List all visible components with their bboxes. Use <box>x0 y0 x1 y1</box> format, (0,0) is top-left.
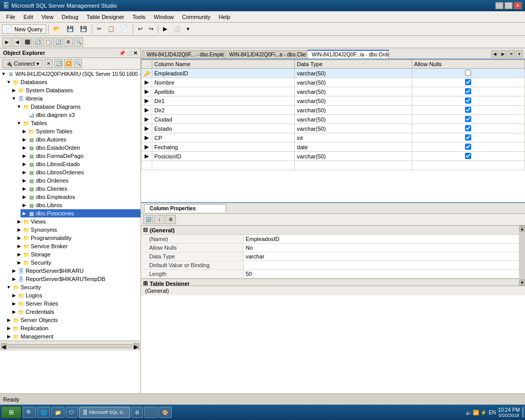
connect-button[interactable]: 🔌 Connect ▾ <box>2 59 43 68</box>
menu-tools[interactable]: Tools <box>128 13 150 21</box>
sb-expand-icon[interactable]: ▶ <box>15 243 23 250</box>
security-expand-icon[interactable]: ▼ <box>5 284 12 291</box>
row-name-cell[interactable]: Dir2 <box>152 106 295 115</box>
tree-storage-node[interactable]: ▶ 📁 Storage <box>15 250 140 258</box>
row-datatype-cell[interactable]: varchar(50) <box>295 78 412 87</box>
credentials-expand-icon[interactable]: ▶ <box>10 308 17 315</box>
allow-nulls-checkbox[interactable] <box>465 107 471 113</box>
row-name-cell[interactable]: Nombre <box>152 78 295 87</box>
toolbar-btn-7[interactable]: ↩ <box>135 24 145 34</box>
oe-search-btn[interactable]: 🔍 <box>74 59 82 68</box>
tab-scroll-right[interactable]: ▶ <box>499 50 507 57</box>
libreria-expand-icon[interactable]: ▼ <box>10 95 17 102</box>
table-row[interactable]: ▶ Dir1 varchar(50) <box>142 96 525 106</box>
tree-service-broker-node[interactable]: ▶ 📁 Service Broker <box>15 242 140 250</box>
oe-disconnect-btn[interactable]: ✕ <box>45 59 53 68</box>
toolbar-btn-5[interactable]: 📋 <box>105 24 117 34</box>
table-row[interactable]: ▶ Estado varchar(50) <box>142 124 525 133</box>
row-name-cell[interactable]: FechaIng <box>152 143 295 152</box>
tab-close-btn[interactable]: ✕ <box>508 50 515 57</box>
row-name-cell[interactable] <box>152 161 295 170</box>
row-datatype-cell[interactable]: varchar(50) <box>295 124 412 133</box>
taskbar-btn-ie[interactable]: 🔍 <box>23 407 36 418</box>
clientes-expand-icon[interactable]: ▶ <box>21 185 28 192</box>
estado-expand-icon[interactable]: ▶ <box>21 144 28 151</box>
tree-libros-ordenes-node[interactable]: ▶ ▦ dbo.LibrosOrdenes <box>21 168 140 176</box>
menu-window[interactable]: Window <box>150 13 178 21</box>
row-name-cell[interactable]: EmpleadosID <box>152 69 295 78</box>
toolbar-btn-dropdown[interactable]: ▾ <box>184 24 192 34</box>
tree-credentials-node[interactable]: ▶ 📁 Credentials <box>10 308 140 316</box>
toolbar-btn-9[interactable]: ▶ <box>160 24 170 34</box>
tree-posiciones-node[interactable]: ▶ ▦ dbo.Posiciones <box>21 209 140 217</box>
table-row[interactable] <box>142 161 525 170</box>
tree-replication-node[interactable]: ▶ 📁 Replication <box>5 324 140 332</box>
table-row[interactable]: ▶ Apellido varchar(50) <box>142 87 525 96</box>
menu-table-designer[interactable]: Table Designer <box>83 13 128 21</box>
tree-system-databases-node[interactable]: ▶ 📁 System Databases <box>10 86 140 94</box>
tree-system-tables-node[interactable]: ▶ 📁 System Tables <box>21 127 140 135</box>
sec-db-expand-icon[interactable]: ▶ <box>15 259 23 266</box>
oe-pin-icon[interactable]: 📌 <box>119 50 125 56</box>
tree-views-node[interactable]: ▶ 📁 Views <box>15 217 140 226</box>
libros-ordenes-expand-icon[interactable]: ▶ <box>21 169 28 176</box>
tree-report-server-temp-node[interactable]: ▶ 🗄 ReportServer$HIKARUTempDB <box>10 275 140 283</box>
menu-community[interactable]: Community <box>178 13 215 21</box>
props-general-collapse-icon[interactable]: ⊟ <box>143 227 148 233</box>
start-button[interactable]: ⊞ <box>1 406 22 418</box>
row-name-cell[interactable]: Dir1 <box>152 96 295 106</box>
tree-security-node[interactable]: ▼ 📁 Security <box>5 283 140 291</box>
posiciones-expand-icon[interactable]: ▶ <box>21 210 28 217</box>
menu-help[interactable]: Help <box>215 13 235 21</box>
tree-db-diagrams-node[interactable]: ▼ 📁 Database Diagrams <box>15 103 140 111</box>
oe-scrollbar[interactable]: ◀ ▶ <box>0 341 140 351</box>
tree-server-node[interactable]: ▼ 🖥 WIN-841JD4J2Q0F\HIKARU (SQL Server 1… <box>0 70 140 78</box>
tb2-btn-4[interactable]: 🔃 <box>33 37 42 47</box>
toolbar-btn-10[interactable]: ⬜ <box>171 24 183 34</box>
tree-server-roles-node[interactable]: ▶ 📁 Server Roles <box>10 299 140 308</box>
tree-tables-node[interactable]: ▼ 📁 Tables <box>15 119 140 127</box>
tb2-btn-6[interactable]: 🔄 <box>53 37 63 47</box>
tab-clientes[interactable]: WIN-841JD4J2Q0F\...a - dbo.Clientes <box>225 50 307 58</box>
repl-expand-icon[interactable]: ▶ <box>5 325 12 332</box>
server-roles-expand-icon[interactable]: ▶ <box>10 300 17 307</box>
oe-expand-icon[interactable]: ⬜ <box>126 50 132 56</box>
tables-expand-icon[interactable]: ▼ <box>15 119 23 127</box>
allow-nulls-checkbox[interactable] <box>465 88 471 94</box>
row-datatype-cell[interactable] <box>295 161 412 170</box>
synonyms-expand-icon[interactable]: ▶ <box>15 226 23 233</box>
so-expand-icon[interactable]: ▶ <box>5 316 12 324</box>
taskbar-btn-paint[interactable]: 🎨 <box>158 407 172 418</box>
oe-scroll-track[interactable] <box>8 344 132 348</box>
server-expand-icon[interactable]: ▼ <box>0 70 7 77</box>
tree-empleados-node[interactable]: ▶ ▦ dbo.Empleados <box>21 193 140 201</box>
tree-databases-node[interactable]: ▼ 📁 Databases <box>5 78 140 86</box>
db-diagrams-expand-icon[interactable]: ▼ <box>15 103 23 110</box>
taskbar-btn-ssms[interactable]: 🗄 Microsoft SQL S... <box>79 407 130 418</box>
taskbar-btn-firefox[interactable]: 🌐 <box>37 407 50 418</box>
allow-nulls-checkbox[interactable] <box>465 70 471 76</box>
rst-expand-icon[interactable]: ▶ <box>10 275 17 283</box>
props-td-collapse-icon[interactable]: ⊞ <box>143 280 148 286</box>
show-desktop-btn[interactable] <box>522 407 524 417</box>
allow-nulls-checkbox[interactable] <box>465 134 471 141</box>
empleados-expand-icon[interactable]: ▶ <box>21 193 28 201</box>
table-row[interactable]: ▶ Nombre varchar(50) <box>142 78 525 87</box>
allow-nulls-checkbox[interactable] <box>465 116 471 122</box>
mgmt-expand-icon[interactable]: ▶ <box>5 333 12 340</box>
tb2-btn-7[interactable]: ⚙ <box>64 37 73 47</box>
menu-edit[interactable]: Edit <box>19 13 37 21</box>
tree-forma-pago-node[interactable]: ▶ ▦ dbo.FormaDePago <box>21 152 140 160</box>
props-toolbar-btn1[interactable]: 🔠 <box>143 215 153 224</box>
row-datatype-cell[interactable]: varchar(50) <box>295 152 412 161</box>
table-row[interactable]: ▶ CP int <box>142 133 525 143</box>
table-row[interactable]: ▶ PosicionID varchar(50) <box>142 152 525 161</box>
allow-nulls-checkbox[interactable] <box>465 125 471 131</box>
oe-scroll-left[interactable]: ◀ <box>1 343 7 349</box>
restore-button[interactable]: ❐ <box>504 2 513 9</box>
tb2-btn-3[interactable]: ⬛ <box>23 37 32 47</box>
row-name-cell[interactable]: CP <box>152 133 295 143</box>
sys-db-expand-icon[interactable]: ▶ <box>10 87 17 94</box>
menu-debug[interactable]: Debug <box>57 13 82 21</box>
allow-nulls-checkbox[interactable] <box>465 144 471 150</box>
